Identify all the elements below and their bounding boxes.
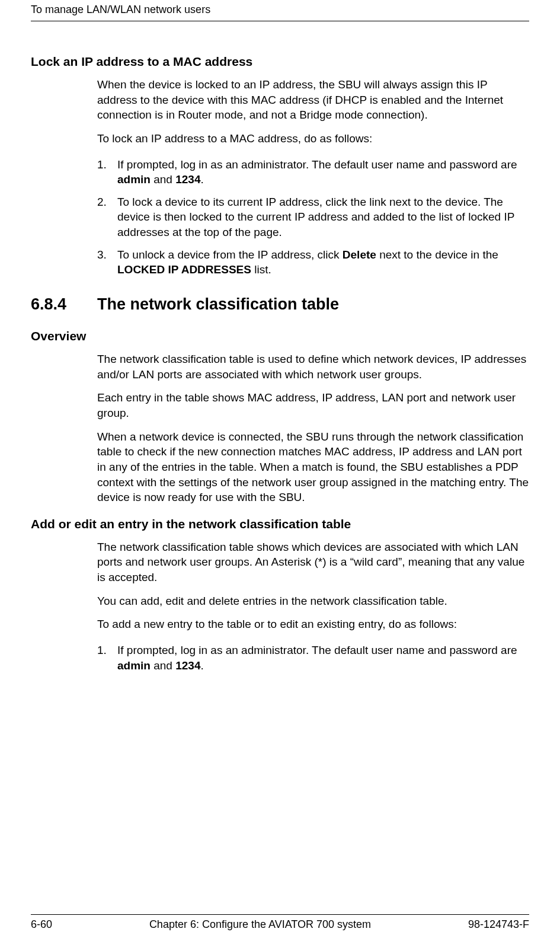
heading-row: 6.8.4 The network classification table [31,295,529,314]
text-run: and [151,173,175,186]
heading-number: 6.8.4 [31,295,97,314]
list-text: To lock a device to its current IP addre… [117,194,529,240]
list-number: 2. [97,194,117,240]
list-item: 2. To lock a device to its current IP ad… [97,194,529,240]
list-text: To unlock a device from the IP address, … [117,247,529,277]
page: To manage LAN/WLAN network users Lock an… [0,0,560,951]
section-title-overview: Overview [31,329,529,343]
ordered-list: 1. If prompted, log in as an administrat… [97,157,529,277]
text-run: list. [251,263,271,276]
list-number: 1. [97,157,117,187]
paragraph: The network classification table shows w… [97,540,529,585]
text-run: and [151,659,175,672]
footer-rule [31,914,529,915]
body-block-2: The network classification table is used… [97,352,529,505]
list-item: 1. If prompted, log in as an administrat… [97,157,529,187]
body-block-1: When the device is locked to an IP addre… [97,77,529,277]
footer-row: 6-60 Chapter 6: Configure the AVIATOR 70… [31,918,529,931]
heading-title: The network classification table [97,295,339,314]
text-run: To unlock a device from the IP address, … [117,248,343,261]
text-run: next to the device in the [376,248,498,261]
list-item: 1. If prompted, log in as an administrat… [97,643,529,673]
paragraph: To lock an IP address to a MAC address, … [97,131,529,146]
paragraph: To add a new entry to the table or to ed… [97,617,529,632]
paragraph: Each entry in the table shows MAC addres… [97,390,529,420]
text-bold: admin [117,659,151,672]
content: Lock an IP address to a MAC address When… [31,55,529,673]
list-item: 3. To unlock a device from the IP addres… [97,247,529,277]
paragraph: When a network device is connected, the … [97,429,529,505]
text-bold: LOCKED IP ADDRESSES [117,263,251,276]
text-run: . [201,659,204,672]
text-bold: 1234 [175,659,200,672]
section-title-add-edit: Add or edit an entry in the network clas… [31,517,529,531]
footer-center: Chapter 6: Configure the AVIATOR 700 sys… [149,918,371,931]
text-bold: admin [117,173,151,186]
paragraph: You can add, edit and delete entries in … [97,593,529,609]
paragraph: When the device is locked to an IP addre… [97,77,529,123]
list-number: 3. [97,247,117,277]
top-rule [31,21,529,21]
ordered-list: 1. If prompted, log in as an administrat… [97,643,529,673]
list-number: 1. [97,643,117,673]
text-bold: Delete [343,248,376,261]
list-text: If prompted, log in as an administrator.… [117,643,529,673]
text-run: . [201,173,204,186]
list-text: If prompted, log in as an administrator.… [117,157,529,187]
page-footer: 6-60 Chapter 6: Configure the AVIATOR 70… [31,914,529,931]
text-run: If prompted, log in as an administrator.… [117,644,517,656]
footer-left: 6-60 [31,918,52,931]
running-header: To manage LAN/WLAN network users [31,0,529,16]
section-title-lock-ip: Lock an IP address to a MAC address [31,55,529,69]
text-run: If prompted, log in as an administrator.… [117,158,517,171]
text-bold: 1234 [175,173,200,186]
footer-right: 98-124743-F [468,918,529,931]
body-block-3: The network classification table shows w… [97,540,529,673]
paragraph: The network classification table is used… [97,352,529,382]
